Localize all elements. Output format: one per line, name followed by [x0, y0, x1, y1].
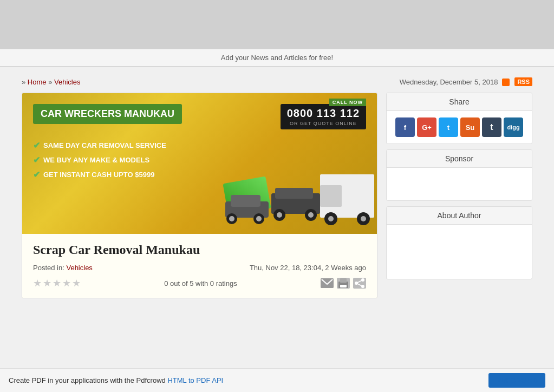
article-date: Thu, Nov 22, 18, 23:04, 2 Weeks ago: [250, 264, 366, 272]
posted-in-label: Posted in:: [33, 264, 64, 272]
pdfcrowd-button[interactable]: PDFCROWD: [488, 373, 545, 388]
share-icon[interactable]: [353, 278, 366, 289]
article-meta: Posted in: Vehicles Thu, Nov 22, 18, 23:…: [33, 264, 366, 272]
share-box: Share f G+ t Su t digg: [386, 93, 532, 144]
breadcrumb: » Home » Vehicles: [22, 78, 80, 86]
pdf-bar: Create PDF in your applications with the…: [0, 368, 554, 391]
print-icon[interactable]: [337, 278, 350, 289]
check-icon-2: ✔: [33, 155, 40, 165]
posted-in: Posted in: Vehicles: [33, 264, 93, 272]
svg-point-15: [328, 216, 334, 221]
sponsor-box: Sponsor: [386, 149, 532, 201]
breadcrumb-category[interactable]: Vehicles: [54, 78, 80, 86]
svg-rect-7: [275, 188, 313, 199]
top-banner: [0, 0, 554, 49]
banner-logo: CAR WRECKERS MANUKAU: [33, 104, 182, 124]
breadcrumb-separator: »: [22, 78, 25, 86]
check-icon-1: ✔: [33, 140, 40, 151]
banner-top-strip: CAR WRECKERS MANUKAU CALL NOW 0800 113 1…: [33, 104, 366, 129]
banner-phone-number: 0800 113 112: [287, 107, 360, 120]
share-header: Share: [387, 93, 532, 111]
star-2[interactable]: ★: [43, 277, 51, 289]
sub-header: Add your News and Articles for free!: [0, 49, 554, 67]
share-googleplus[interactable]: G+: [417, 117, 436, 137]
star-1[interactable]: ★: [33, 277, 42, 289]
author-content: [387, 225, 532, 279]
share-facebook[interactable]: f: [395, 117, 415, 137]
star-3[interactable]: ★: [53, 277, 61, 289]
banner-feature-2-text: WE BUY ANY MAKE & MODELS: [43, 156, 149, 164]
svg-point-5: [256, 216, 262, 221]
svg-line-25: [356, 280, 363, 283]
rss-badge[interactable]: RSS: [514, 77, 532, 86]
about-author-box: About Author: [386, 206, 532, 279]
ratings-text: 0 out of 5 with 0 ratings: [164, 279, 237, 288]
about-author-header: About Author: [387, 207, 532, 225]
breadcrumb-sep2: »: [48, 78, 54, 86]
email-icon[interactable]: [321, 278, 334, 288]
svg-rect-20: [340, 278, 347, 283]
html-to-pdf-link[interactable]: HTML to PDF API: [167, 376, 223, 384]
sub-header-text: Add your News and Articles for free!: [221, 54, 333, 62]
svg-point-11: [308, 212, 314, 218]
article-banner-image: CAR WRECKERS MANUKAU CALL NOW 0800 113 1…: [22, 93, 377, 234]
posted-in-category[interactable]: Vehicles: [66, 264, 92, 272]
share-twitter[interactable]: t: [439, 117, 458, 137]
share-stumbleupon[interactable]: Su: [460, 117, 480, 137]
star-5[interactable]: ★: [72, 277, 81, 289]
breadcrumb-row: » Home » Vehicles Wednesday, December 5,…: [22, 72, 532, 93]
breadcrumb-home[interactable]: Home: [28, 78, 47, 86]
article-title: Scrap Car Removal Manukau: [33, 243, 366, 257]
sponsor-content: [387, 168, 532, 200]
date-display: Wednesday, December 5, 2018: [400, 78, 498, 86]
banner-feature-1-text: SAME DAY CAR REMOVAL SERVICE: [43, 141, 166, 149]
check-icon-3: ✔: [33, 169, 40, 180]
svg-rect-21: [340, 285, 347, 288]
content-layout: CAR WRECKERS MANUKAU CALL NOW 0800 113 1…: [22, 93, 532, 298]
share-digg[interactable]: digg: [504, 117, 523, 137]
article-card: CAR WRECKERS MANUKAU CALL NOW 0800 113 1…: [22, 93, 377, 298]
share-tumblr[interactable]: t: [482, 117, 501, 137]
svg-point-17: [361, 216, 366, 221]
sponsor-header: Sponsor: [387, 150, 532, 168]
banner-content: CAR WRECKERS MANUKAU CALL NOW 0800 113 1…: [22, 93, 377, 234]
svg-rect-1: [231, 195, 260, 207]
sidebar: Share f G+ t Su t digg Sponsor About Aut…: [386, 93, 532, 279]
star-rating[interactable]: ★ ★ ★ ★ ★: [33, 277, 81, 289]
banner-phone-box: CALL NOW 0800 113 112 OR GET QUOTE ONLIN…: [281, 104, 366, 129]
banner-get-quote: OR GET QUOTE ONLINE: [287, 121, 360, 126]
stars-row: ★ ★ ★ ★ ★ 0 out of 5 with 0 ratings: [33, 277, 366, 289]
article-body: Scrap Car Removal Manukau Posted in: Veh…: [22, 234, 377, 298]
rss-icon: [502, 79, 510, 86]
main-wrapper: » Home » Vehicles Wednesday, December 5,…: [0, 67, 554, 391]
star-4[interactable]: ★: [62, 277, 71, 289]
article-action-icons: [321, 278, 366, 289]
svg-point-3: [229, 216, 234, 221]
pdf-bar-label: Create PDF in your applications with the…: [9, 376, 166, 384]
date-rss: Wednesday, December 5, 2018 RSS: [400, 77, 532, 86]
svg-line-26: [356, 283, 363, 286]
banner-call-now: CALL NOW: [329, 99, 366, 106]
pdf-bar-text: Create PDF in your applications with the…: [9, 376, 223, 384]
vehicles-svg: [214, 147, 377, 234]
banner-feature-3-text: GET INSTANT CASH UPTO $5999: [43, 171, 154, 179]
svg-point-9: [277, 212, 282, 218]
svg-rect-13: [320, 185, 342, 207]
share-buttons: f G+ t Su t digg: [387, 111, 532, 143]
